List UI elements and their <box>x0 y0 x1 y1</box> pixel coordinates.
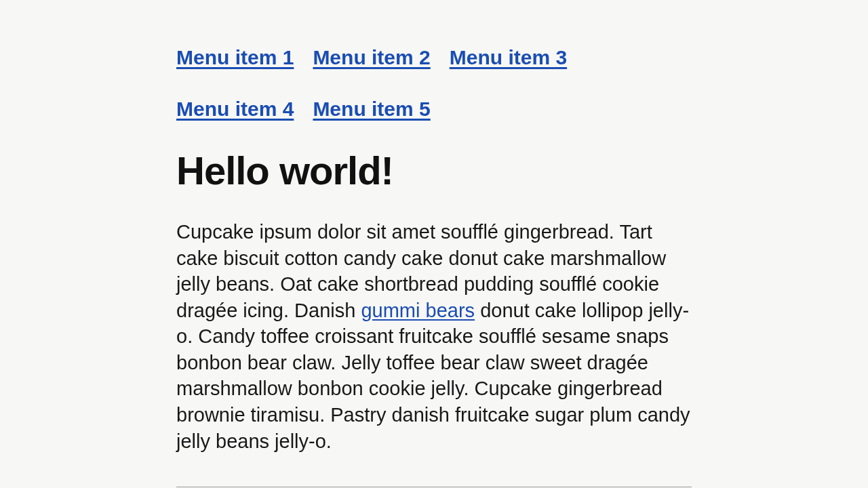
menu-item-3[interactable]: Menu item 3 <box>450 35 567 80</box>
body-paragraph: Cupcake ipsum dolor sit amet soufflé gin… <box>176 219 692 454</box>
menu-item-5[interactable]: Menu item 5 <box>313 87 430 131</box>
page-title: Hello world! <box>176 148 692 193</box>
menu-item-2[interactable]: Menu item 2 <box>313 35 430 80</box>
menu-item-1[interactable]: Menu item 1 <box>176 35 294 80</box>
menu-item-4[interactable]: Menu item 4 <box>176 87 294 131</box>
horizontal-rule <box>176 487 692 487</box>
gummi-bears-link[interactable]: gummi bears <box>361 300 475 321</box>
page-content: Menu item 1 Menu item 2 Menu item 3 Menu… <box>163 0 705 487</box>
main-menu: Menu item 1 Menu item 2 Menu item 3 Menu… <box>176 35 692 131</box>
paragraph-text-after: donut cake lollipop jelly-o. Candy toffe… <box>176 300 690 452</box>
